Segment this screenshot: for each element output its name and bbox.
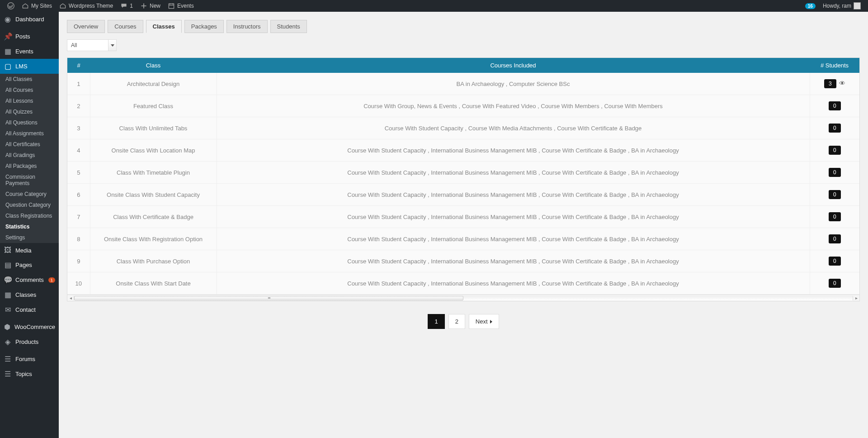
sidebar-subitem[interactable]: All Lessons (0, 95, 59, 106)
sidebar-contact[interactable]: ✉Contact (0, 302, 59, 317)
course-link[interactable]: BA in Archaeology (631, 169, 679, 176)
class-link[interactable]: Class With Timetable Plugin (117, 169, 190, 176)
course-link[interactable]: Course With Media Attachments (468, 125, 552, 132)
class-link[interactable]: Class With Unlimited Tabs (119, 125, 188, 132)
course-link[interactable]: BA in Archaeology (631, 191, 679, 198)
class-link[interactable]: Onsite Class With Start Date (116, 280, 190, 287)
course-link[interactable]: Course With Certificate & Badge (542, 236, 626, 243)
course-link[interactable]: BA in Archaeology (631, 147, 679, 154)
course-link[interactable]: Course With Student Capacity (347, 191, 426, 198)
course-link[interactable]: Course With Certificate & Badge (542, 191, 626, 198)
course-link[interactable]: International Business Management MIB (431, 214, 537, 220)
page-button[interactable]: 2 (448, 314, 465, 329)
sidebar-classes[interactable]: ▦Classes (0, 287, 59, 302)
th-students[interactable]: # Students (810, 58, 859, 73)
tab-instructors[interactable]: Instructors (226, 20, 268, 33)
sidebar-lms[interactable]: ▢LMS (0, 59, 59, 74)
course-link[interactable]: International Business Management MIB (431, 191, 537, 198)
course-link[interactable]: Course With Certificate & Badge (542, 214, 626, 220)
class-link[interactable]: Class With Certificate & Badge (113, 214, 193, 220)
sidebar-subitem[interactable]: All Courses (0, 85, 59, 95)
class-link[interactable]: Architectural Design (127, 81, 179, 87)
sidebar-events[interactable]: ▦Events (0, 44, 59, 59)
course-link[interactable]: BA in Archaeology (631, 258, 679, 265)
sidebar-comments[interactable]: 💬Comments1 (0, 272, 59, 287)
course-link[interactable]: Course With Certificate & Badge (542, 258, 626, 265)
course-link[interactable]: International Business Management MIB (431, 147, 537, 154)
course-link[interactable]: Course With Certificate & Badge (542, 147, 626, 154)
course-link[interactable]: International Business Management MIB (431, 258, 537, 265)
course-link[interactable]: Course With Student Capacity (347, 280, 426, 287)
course-link[interactable]: Course With Student Capacity (385, 125, 463, 132)
sidebar-subitem[interactable]: All Packages (0, 161, 59, 171)
comments-link[interactable]: 1 (117, 0, 137, 12)
sidebar-products[interactable]: ◈Products (0, 334, 59, 345)
scroll-thumb[interactable] (74, 296, 463, 300)
sidebar-subitem[interactable]: Settings (0, 232, 59, 243)
my-sites-link[interactable]: My Sites (18, 0, 56, 12)
sidebar-subitem[interactable]: All Classes (0, 74, 59, 85)
class-link[interactable]: Onsite Class With Location Map (112, 147, 195, 154)
course-link[interactable]: Course With Student Capacity (347, 258, 426, 265)
th-courses[interactable]: Courses Included (217, 58, 810, 73)
sidebar-pages[interactable]: ▤Pages (0, 257, 59, 272)
sidebar-subitem[interactable]: Class Registrations (0, 210, 59, 221)
course-link[interactable]: Course With Student Capacity (347, 169, 426, 176)
sidebar-dashboard[interactable]: ◉Dashboard (0, 12, 59, 27)
course-link[interactable]: Computer Science BSc (509, 81, 570, 87)
class-link[interactable]: Class With Purchase Option (117, 258, 190, 265)
sidebar-subitem[interactable]: All Gradings (0, 150, 59, 161)
course-link[interactable]: Course With Members (541, 103, 599, 110)
course-link[interactable]: International Business Management MIB (431, 280, 537, 287)
eye-icon[interactable]: 👁 (839, 80, 845, 87)
dropdown-icon[interactable] (108, 40, 116, 51)
course-link[interactable]: International Business Management MIB (431, 169, 537, 176)
scroll-left-icon[interactable]: ◂ (67, 295, 74, 300)
course-link[interactable]: Course With Student Capacity (347, 147, 426, 154)
class-link[interactable]: Onsite Class With Registration Option (104, 236, 203, 243)
sidebar-subitem[interactable]: Course Category (0, 189, 59, 200)
course-link[interactable]: BA in Archaeology (457, 81, 505, 87)
sidebar-subitem[interactable]: All Questions (0, 117, 59, 128)
course-link[interactable]: BA in Archaeology (631, 280, 679, 287)
course-link[interactable]: Course With Group, News & Events (363, 103, 457, 110)
course-link[interactable]: International Business Management MIB (431, 236, 537, 243)
course-link[interactable]: Course With Members (604, 103, 662, 110)
course-link[interactable]: BA in Archaeology (631, 236, 679, 243)
sidebar-subitem[interactable]: All Quizzes (0, 106, 59, 117)
sidebar-subitem[interactable]: Statistics (0, 221, 59, 232)
course-link[interactable]: Course With Certificate & Badge (557, 125, 642, 132)
th-class[interactable]: Class (90, 58, 217, 73)
course-link[interactable]: Course With Featured Video (462, 103, 536, 110)
events-link[interactable]: Events (164, 0, 198, 12)
page-button[interactable]: 1 (428, 314, 444, 329)
course-link[interactable]: Course With Certificate & Badge (542, 280, 626, 287)
course-link[interactable]: BA in Archaeology (631, 214, 679, 220)
updates-link[interactable]: 16 (802, 0, 819, 12)
sidebar-media[interactable]: 🖾Media (0, 243, 59, 257)
scroll-track[interactable] (74, 296, 853, 300)
filter-select[interactable]: All (67, 39, 117, 51)
sidebar-subitem[interactable]: Commission Payments (0, 171, 59, 189)
tab-students[interactable]: Students (270, 20, 307, 33)
sidebar-subitem[interactable]: All Assignments (0, 128, 59, 139)
th-index[interactable]: # (67, 58, 90, 73)
tab-classes[interactable]: Classes (146, 20, 182, 33)
tab-courses[interactable]: Courses (108, 20, 143, 33)
course-link[interactable]: Course With Certificate & Badge (542, 169, 626, 176)
course-link[interactable]: Course With Student Capacity (347, 236, 426, 243)
course-link[interactable]: Course With Student Capacity (347, 214, 426, 220)
wp-logo[interactable] (4, 0, 18, 12)
class-link[interactable]: Onsite Class With Student Capacity (107, 191, 200, 198)
class-link[interactable]: Featured Class (133, 103, 173, 110)
sidebar-subitem[interactable]: All Certificates (0, 139, 59, 150)
howdy-link[interactable]: Howdy, ram (819, 0, 864, 12)
horizontal-scrollbar[interactable]: ◂ ▸ (67, 295, 860, 301)
sidebar-posts[interactable]: 📌Posts (0, 29, 59, 44)
site-name-link[interactable]: Wordpress Theme (56, 0, 117, 12)
next-button[interactable]: Next (469, 314, 499, 329)
scroll-right-icon[interactable]: ▸ (853, 295, 859, 300)
sidebar-subitem[interactable]: Question Category (0, 200, 59, 210)
tab-packages[interactable]: Packages (184, 20, 224, 33)
sidebar-woocommerce[interactable]: ⬢WooCommerce (0, 319, 59, 334)
